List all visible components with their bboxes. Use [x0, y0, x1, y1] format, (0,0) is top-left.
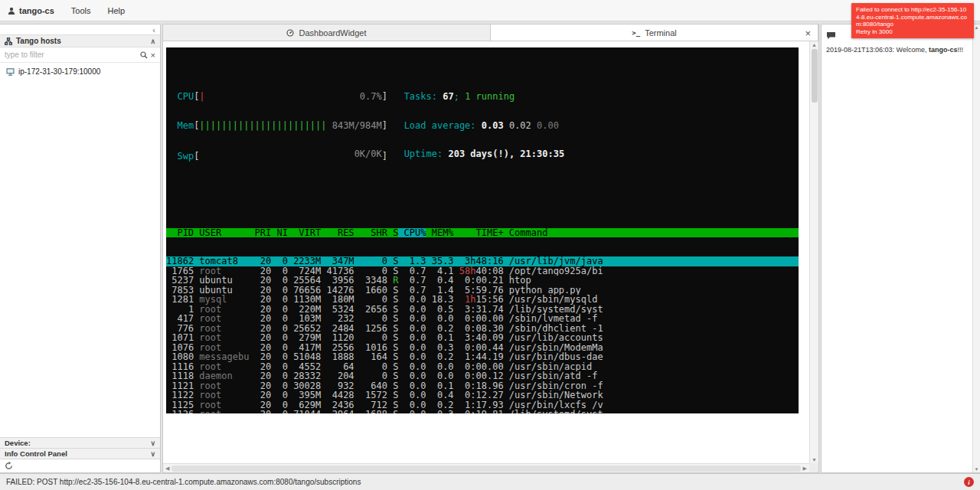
scroll-left-icon[interactable]: ◀	[165, 466, 169, 472]
main-layout: ‹ Tango hosts ∧ ×	[0, 21, 980, 473]
tab-bar: DashboardWidget >_ Terminal ×	[163, 24, 818, 41]
brand-label: tango-cs	[19, 6, 54, 15]
right-panel-scrollbar[interactable]: ▲ ▼	[972, 24, 980, 472]
user-menu[interactable]: tango-cs	[8, 6, 54, 15]
tab-dashboard-label: DashboardWidget	[299, 28, 366, 38]
tab-terminal[interactable]: >_ Terminal ×	[491, 24, 818, 41]
mem-meter: Mem[|||||||||||||||||||||||843M/984M]	[177, 121, 387, 131]
scrollbar-thumb[interactable]	[172, 466, 800, 472]
chevron-up-icon[interactable]: ∧	[150, 38, 155, 45]
chat-icon	[826, 31, 836, 40]
search-icon[interactable]	[140, 51, 148, 59]
tango-hosts-header[interactable]: Tango hosts ∧	[0, 34, 160, 47]
tango-hosts-sidebar: ‹ Tango hosts ∧ ×	[0, 24, 161, 473]
cpu-meter: CPU[|0.7%]	[177, 92, 387, 102]
col-command[interactable]: Command	[504, 228, 799, 238]
device-panel-label: Device:	[5, 439, 31, 447]
col-cpu-sorted[interactable]: CPU%	[398, 228, 426, 238]
log-entry: 2019-08-21T13:06:03: Welcome, tango-cs!!…	[826, 46, 968, 54]
host-computer-icon	[6, 68, 15, 76]
refresh-icon[interactable]	[5, 462, 13, 470]
main-panel: DashboardWidget >_ Terminal × CPU[|0.7%]…	[162, 24, 819, 473]
status-message: FAILED: POST http://ec2-35-156-104-8.eu-…	[6, 478, 361, 486]
sidebar-bottom-panels: Device: ∨ Info Control Panel ∨	[0, 437, 160, 472]
col-res[interactable]: RES	[321, 228, 354, 238]
collapse-left-icon[interactable]: ‹	[152, 25, 155, 34]
error-toast-retry: Retry in 3000	[856, 28, 969, 36]
tab-content: CPU[|0.7%] Mem[|||||||||||||||||||||||84…	[163, 41, 809, 463]
sidebar-collapse-row: ‹	[0, 24, 160, 34]
blank-line	[166, 199, 799, 209]
col-shr[interactable]: SHR	[354, 228, 387, 238]
process-row[interactable]: 5237ubuntu2002556439563348R0.70.40:00.21…	[166, 276, 799, 286]
user-log-content: 2019-08-21T13:06:03: Welcome, tango-cs!!…	[822, 24, 972, 472]
menu-tools[interactable]: Tools	[71, 6, 91, 15]
close-tab-icon[interactable]: ×	[805, 27, 811, 38]
col-state[interactable]: S	[387, 228, 398, 238]
col-virt[interactable]: VIRT	[288, 228, 321, 238]
col-user[interactable]: USER	[194, 228, 249, 238]
info-control-panel-header[interactable]: Info Control Panel ∨	[0, 448, 160, 459]
log-suffix: !!!	[957, 46, 963, 54]
tango-hosts-title: Tango hosts	[16, 37, 61, 45]
scroll-up-icon[interactable]: ▲	[812, 42, 817, 47]
col-mem[interactable]: MEM%	[426, 228, 453, 238]
app-window: tango-cs Tools Help Failed to connect to…	[0, 0, 980, 490]
clear-filter-icon[interactable]: ×	[151, 51, 155, 59]
host-label: ip-172-31-30-179:10000	[18, 67, 100, 76]
host-filter-row: ×	[0, 47, 160, 63]
htop-header-block: CPU[|0.7%] Mem[|||||||||||||||||||||||84…	[166, 73, 799, 180]
info-control-panel-label: Info Control Panel	[5, 449, 67, 458]
process-row[interactable]: 1126root2007104429641688S0.00.30:19.81/l…	[166, 410, 799, 413]
user-log-panel: 2019-08-21T13:06:03: Welcome, tango-cs!!…	[821, 24, 980, 473]
process-row[interactable]: 1118daemon200283322040S0.00.00:00.12/usr…	[166, 371, 799, 381]
scrollbar-corner	[809, 463, 818, 472]
htop-meters: CPU[|0.7%] Mem[|||||||||||||||||||||||84…	[177, 73, 387, 180]
host-tree: ip-172-31-30-179:10000	[0, 63, 160, 437]
process-row[interactable]: 1281mysql2001130M180M0S0.018.31h15:56/us…	[166, 295, 799, 305]
process-table-header: PID USER PRI NI VIRT RES SHR S CPU% MEM%…	[166, 228, 799, 238]
chevron-down-icon[interactable]: ∨	[150, 439, 155, 447]
log-username: tango-cs	[929, 46, 958, 54]
log-timestamp: 2019-08-21T13:06:03: Welcome,	[826, 46, 929, 54]
scroll-down-icon[interactable]: ▼	[812, 457, 817, 462]
filter-input[interactable]	[5, 51, 137, 59]
network-icon	[5, 38, 12, 45]
process-row[interactable]: 417root200103M2320S0.00.00:00.00/sbin/lv…	[166, 314, 799, 324]
user-icon	[8, 7, 15, 15]
scroll-right-icon[interactable]: ▶	[803, 466, 807, 472]
main-horizontal-scrollbar[interactable]: ◀ ▶	[163, 463, 809, 472]
host-tree-item[interactable]: ip-172-31-30-179:10000	[0, 66, 160, 77]
col-time[interactable]: TIME+	[454, 228, 504, 238]
error-info-icon[interactable]: i	[964, 477, 974, 487]
error-toast-message: Failed to connect to http://ec2-35-156-1…	[856, 6, 969, 28]
process-row[interactable]: 11862tomcat82002233M347M0S1.335.33h48:16…	[166, 256, 799, 266]
load-average-line: Load average: 0.03 0.02 0.00	[404, 121, 565, 131]
top-navbar: tango-cs Tools Help	[0, 0, 980, 21]
refresh-row	[0, 459, 160, 472]
process-row[interactable]: 1122root200395M44281572S0.00.40:12.27/us…	[166, 390, 799, 400]
col-ni[interactable]: NI	[271, 228, 288, 238]
process-row[interactable]: 1080messagebu200510481888164S0.00.21:44.…	[166, 352, 799, 362]
dashboard-icon	[286, 29, 294, 37]
error-toast[interactable]: Failed to connect to http://ec2-35-156-1…	[851, 3, 974, 38]
uptime-line: Uptime: 203 days(!), 21:30:35	[404, 149, 565, 159]
tab-dashboardwidget[interactable]: DashboardWidget	[163, 24, 491, 41]
terminal-screen[interactable]: CPU[|0.7%] Mem[|||||||||||||||||||||||84…	[166, 47, 799, 413]
scroll-up-icon[interactable]: ▲	[975, 25, 979, 30]
col-pid[interactable]: PID	[166, 228, 194, 238]
col-pri[interactable]: PRI	[249, 228, 271, 238]
process-rows: 11862tomcat82002233M347M0S1.335.33h48:16…	[166, 256, 799, 413]
tab-terminal-label: Terminal	[645, 28, 677, 38]
scroll-down-icon[interactable]: ▼	[975, 467, 979, 472]
menu-help[interactable]: Help	[108, 6, 126, 15]
tasks-line: Tasks: 67; 1 running	[404, 92, 565, 102]
status-bar: FAILED: POST http://ec2-35-156-104-8.eu-…	[0, 473, 980, 490]
scrollbar-thumb[interactable]	[812, 49, 818, 103]
process-row[interactable]: 1071root200279M11200S0.00.13:40.09/usr/l…	[166, 333, 799, 343]
chevron-down-icon[interactable]: ∨	[150, 450, 155, 458]
device-panel-header[interactable]: Device: ∨	[0, 437, 160, 448]
main-vertical-scrollbar[interactable]: ▲ ▼	[809, 41, 818, 463]
swp-meter: Swp[0K/0K]	[177, 149, 387, 161]
htop-stats: Tasks: 67; 1 running Load average: 0.03 …	[404, 73, 565, 180]
